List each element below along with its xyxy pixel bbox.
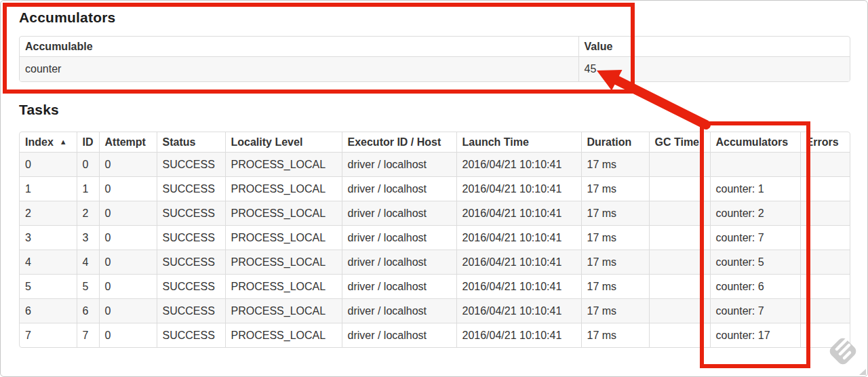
tasks-col-header-launch-time[interactable]: Launch Time [456,132,581,153]
task-cell-status: SUCCESS [157,323,225,348]
task-cell-status: SUCCESS [157,201,225,226]
task-cell-status: SUCCESS [157,299,225,323]
task-row: 220SUCCESSPROCESS_LOCALdriver / localhos… [20,201,850,226]
tasks-col-header-id[interactable]: ID [77,132,99,153]
task-cell-accumulators: counter: 6 [710,275,800,299]
spark-stage-page: Accumulators AccumulableValue counter45 … [0,0,868,377]
task-cell-status: SUCCESS [157,275,225,299]
task-cell-launch-time: 2016/04/21 10:10:41 [456,153,581,177]
tasks-col-header-status[interactable]: Status [157,132,225,153]
task-cell-locality-level: PROCESS_LOCAL [225,275,342,299]
task-cell-gc-time [649,323,710,348]
task-cell-id: 3 [77,226,99,250]
task-row: 110SUCCESSPROCESS_LOCALdriver / localhos… [20,177,850,201]
task-cell-accumulators: counter: 1 [710,177,800,201]
task-cell-launch-time: 2016/04/21 10:10:41 [456,177,581,201]
tasks-col-header-index[interactable]: Index▲ [20,132,77,153]
task-cell-status: SUCCESS [157,226,225,250]
task-row: 330SUCCESSPROCESS_LOCALdriver / localhos… [20,226,850,250]
task-cell-launch-time: 2016/04/21 10:10:41 [456,323,581,348]
acc-col-header-value[interactable]: Value [578,37,850,57]
task-cell-status: SUCCESS [157,250,225,275]
task-cell-errors [800,299,850,323]
task-cell-locality-level: PROCESS_LOCAL [225,226,342,250]
task-cell-index: 7 [20,323,77,348]
task-cell-index: 4 [20,250,77,275]
task-cell-accumulators: counter: 5 [710,250,800,275]
task-cell-duration: 17 ms [581,177,649,201]
task-cell-accumulators: counter: 7 [710,299,800,323]
accumulator-row: counter45 [20,57,850,82]
acc-col-header-accumulable[interactable]: Accumulable [20,37,578,57]
task-cell-attempt: 0 [99,226,157,250]
accumulators-section-heading: Accumulators [19,9,115,26]
task-cell-attempt: 0 [99,299,157,323]
task-cell-executor-id-host: driver / localhost [342,299,456,323]
task-row: 660SUCCESSPROCESS_LOCALdriver / localhos… [20,299,850,323]
task-cell-id: 7 [77,323,99,348]
task-cell-gc-time [649,250,710,275]
task-cell-accumulators: counter: 2 [710,201,800,226]
task-cell-id: 6 [77,299,99,323]
task-cell-attempt: 0 [99,323,157,348]
task-cell-launch-time: 2016/04/21 10:10:41 [456,226,581,250]
tasks-table: Index▲IDAttemptStatusLocality LevelExecu… [19,132,850,348]
task-cell-id: 4 [77,250,99,275]
task-cell-duration: 17 ms [581,323,649,348]
task-cell-gc-time [649,177,710,201]
task-cell-launch-time: 2016/04/21 10:10:41 [456,275,581,299]
task-cell-duration: 17 ms [581,250,649,275]
task-cell-status: SUCCESS [157,177,225,201]
task-cell-status: SUCCESS [157,153,225,177]
task-cell-duration: 17 ms [581,226,649,250]
task-cell-executor-id-host: driver / localhost [342,250,456,275]
task-cell-launch-time: 2016/04/21 10:10:41 [456,299,581,323]
task-cell-accumulators: counter: 17 [710,323,800,348]
task-cell-launch-time: 2016/04/21 10:10:41 [456,250,581,275]
task-cell-index: 1 [20,177,77,201]
task-cell-errors [800,153,850,177]
task-cell-gc-time [649,226,710,250]
task-cell-index: 0 [20,153,77,177]
task-cell-errors [800,275,850,299]
task-cell-attempt: 0 [99,177,157,201]
task-cell-id: 2 [77,201,99,226]
task-cell-index: 2 [20,201,77,226]
task-cell-errors [800,226,850,250]
task-cell-duration: 17 ms [581,275,649,299]
task-cell-gc-time [649,299,710,323]
tasks-section-heading: Tasks [19,102,59,118]
task-cell-accumulators: counter: 7 [710,226,800,250]
task-cell-executor-id-host: driver / localhost [342,177,456,201]
task-cell-executor-id-host: driver / localhost [342,275,456,299]
task-cell-executor-id-host: driver / localhost [342,201,456,226]
acc-cell-accumulable: counter [20,57,578,82]
annotation-arrow-shaft [616,80,706,125]
tasks-col-header-attempt[interactable]: Attempt [99,132,157,153]
task-cell-attempt: 0 [99,153,157,177]
task-cell-locality-level: PROCESS_LOCAL [225,323,342,348]
task-cell-locality-level: PROCESS_LOCAL [225,250,342,275]
task-row: 770SUCCESSPROCESS_LOCALdriver / localhos… [20,323,850,348]
task-cell-executor-id-host: driver / localhost [342,323,456,348]
tasks-col-header-executor-id-host[interactable]: Executor ID / Host [342,132,456,153]
task-cell-attempt: 0 [99,250,157,275]
task-cell-attempt: 0 [99,275,157,299]
task-row: 550SUCCESSPROCESS_LOCALdriver / localhos… [20,275,850,299]
tasks-col-header-duration[interactable]: Duration [581,132,649,153]
task-row: 000SUCCESSPROCESS_LOCALdriver / localhos… [20,153,850,177]
task-cell-id: 1 [77,177,99,201]
task-cell-executor-id-host: driver / localhost [342,226,456,250]
task-cell-index: 3 [20,226,77,250]
task-cell-duration: 17 ms [581,201,649,226]
tasks-col-header-gc-time[interactable]: GC Time [649,132,710,153]
tasks-col-header-accumulators[interactable]: Accumulators [710,132,800,153]
task-cell-index: 5 [20,275,77,299]
task-cell-gc-time [649,201,710,226]
tasks-col-header-errors[interactable]: Errors [800,132,850,153]
acc-cell-value: 45 [578,57,850,82]
task-cell-errors [800,323,850,348]
sort-ascending-icon: ▲ [60,138,67,146]
task-cell-id: 0 [77,153,99,177]
tasks-col-header-locality-level[interactable]: Locality Level [225,132,342,153]
